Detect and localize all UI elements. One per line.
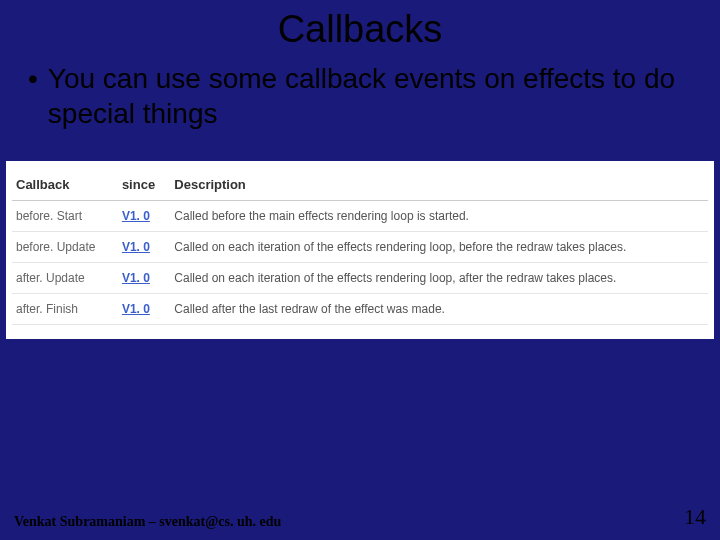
cell-callback: before. Update [12,232,118,263]
since-link[interactable]: V1. 0 [122,209,150,223]
table-row: before. Start V1. 0 Called before the ma… [12,201,708,232]
since-link[interactable]: V1. 0 [122,240,150,254]
cell-callback: before. Start [12,201,118,232]
cell-callback: after. Finish [12,294,118,325]
col-header-description: Description [170,171,708,201]
bullet-item: • You can use some callback events on ef… [28,61,692,131]
table-header-row: Callback since Description [12,171,708,201]
since-link[interactable]: V1. 0 [122,271,150,285]
footer-page-number: 14 [684,504,706,530]
cell-since: V1. 0 [118,294,170,325]
since-link[interactable]: V1. 0 [122,302,150,316]
table-row: after. Update V1. 0 Called on each itera… [12,263,708,294]
bullet-dot-icon: • [28,61,38,96]
col-header-callback: Callback [12,171,118,201]
cell-since: V1. 0 [118,201,170,232]
cell-callback: after. Update [12,263,118,294]
footer: Venkat Subramaniam – svenkat@cs. uh. edu… [14,504,706,530]
callback-table: Callback since Description before. Start… [12,171,708,325]
cell-since: V1. 0 [118,263,170,294]
table-row: after. Finish V1. 0 Called after the las… [12,294,708,325]
slide-title: Callbacks [0,0,720,61]
col-header-since: since [118,171,170,201]
table-row: before. Update V1. 0 Called on each iter… [12,232,708,263]
cell-description: Called before the main effects rendering… [170,201,708,232]
bullet-block: • You can use some callback events on ef… [0,61,720,131]
cell-description: Called after the last redraw of the effe… [170,294,708,325]
cell-description: Called on each iteration of the effects … [170,232,708,263]
callback-table-area: Callback since Description before. Start… [6,161,714,339]
cell-description: Called on each iteration of the effects … [170,263,708,294]
footer-author: Venkat Subramaniam – svenkat@cs. uh. edu [14,514,281,530]
bullet-text: You can use some callback events on effe… [48,61,692,131]
cell-since: V1. 0 [118,232,170,263]
